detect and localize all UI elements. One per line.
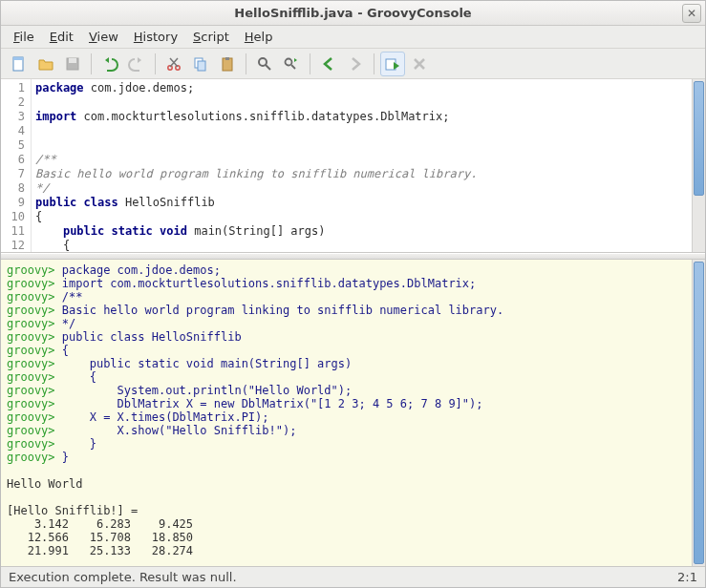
statusbar: Execution complete. Result was null. 2:1 (1, 566, 705, 587)
output-line: groovy> package com.jdoe.demos; (7, 263, 686, 277)
new-file-icon (11, 55, 28, 73)
svg-rect-1 (13, 57, 23, 60)
svg-rect-9 (225, 57, 229, 60)
copy-button[interactable] (188, 52, 213, 76)
menu-file[interactable]: File (7, 27, 41, 47)
history-prev-icon (320, 55, 337, 73)
output-line: groovy> import com.mockturtlesolutions.s… (7, 277, 686, 290)
replace-button[interactable] (279, 52, 304, 76)
content-area: 123456789101112 package com.jdoe.demos; … (1, 79, 705, 566)
code-text[interactable]: package com.jdoe.demos; import com.mockt… (32, 79, 692, 252)
separator (91, 53, 92, 74)
output-line: groovy> } (7, 451, 686, 464)
cut-icon (165, 55, 182, 73)
output-scrollbar[interactable] (692, 260, 705, 566)
save-button[interactable] (60, 52, 85, 76)
output-panel: groovy> package com.jdoe.demos;groovy> i… (1, 260, 705, 566)
find-button[interactable] (252, 52, 277, 76)
line-number: 7 (3, 167, 25, 181)
run-script-button[interactable] (380, 52, 405, 76)
menu-view[interactable]: View (82, 27, 125, 47)
line-number: 11 (3, 224, 25, 239)
svg-rect-7 (198, 61, 205, 71)
menu-script[interactable]: Script (186, 27, 236, 47)
code-line: { (35, 239, 688, 252)
output-line (7, 491, 686, 504)
code-line: { (35, 210, 688, 224)
interrupt-icon (411, 55, 428, 73)
code-line (35, 138, 688, 153)
code-line: /** (35, 153, 688, 167)
code-editor[interactable]: 123456789101112 package com.jdoe.demos; … (1, 79, 705, 253)
output-line: groovy> X.show("Hello Snifflib!"); (7, 424, 686, 437)
undo-button[interactable] (97, 52, 122, 76)
history-next-icon (347, 55, 364, 73)
paste-button[interactable] (215, 52, 240, 76)
close-icon: ✕ (687, 7, 696, 20)
svg-point-10 (259, 58, 267, 66)
new-file-button[interactable] (7, 52, 32, 76)
output-text[interactable]: groovy> package com.jdoe.demos;groovy> i… (1, 260, 692, 566)
redo-button[interactable] (124, 52, 149, 76)
redo-icon (128, 55, 145, 73)
status-message: Execution complete. Result was null. (9, 570, 237, 584)
output-line: groovy> { (7, 370, 686, 384)
line-number: 1 (3, 81, 25, 95)
line-number: 10 (3, 210, 25, 224)
history-prev-button[interactable] (316, 52, 341, 76)
interrupt-button[interactable] (407, 52, 432, 76)
splitter[interactable] (1, 253, 705, 260)
editor-scrollbar[interactable] (692, 79, 705, 252)
menu-history[interactable]: History (127, 27, 184, 47)
line-number-gutter: 123456789101112 (1, 79, 32, 252)
code-line (35, 124, 688, 138)
output-line: groovy> DblMatrix X = new DblMatrix("[1 … (7, 397, 686, 410)
line-number: 3 (3, 110, 25, 124)
window: HelloSnifflib.java - GroovyConsole ✕ Fil… (0, 0, 706, 588)
window-title: HelloSnifflib.java - GroovyConsole (234, 6, 471, 20)
output-line: Hello World (7, 477, 686, 491)
output-line: groovy> /** (7, 290, 686, 304)
code-line: package com.jdoe.demos; (35, 81, 688, 95)
run-script-icon (384, 55, 401, 73)
undo-icon (101, 55, 118, 73)
output-line: groovy> X = X.times(DblMatrix.PI); (7, 410, 686, 424)
output-line: groovy> System.out.println("Hello World"… (7, 384, 686, 397)
separator (374, 53, 374, 74)
output-line (7, 464, 686, 477)
svg-point-11 (286, 58, 292, 65)
line-number: 2 (3, 95, 25, 110)
code-line: Basic hello world program linking to sni… (35, 167, 688, 181)
menubar: File Edit View History Script Help (1, 26, 705, 49)
output-line: groovy> { (7, 344, 686, 357)
titlebar: HelloSnifflib.java - GroovyConsole ✕ (1, 1, 705, 26)
scrollbar-thumb[interactable] (694, 262, 704, 564)
menu-help[interactable]: Help (238, 27, 280, 47)
output-line: groovy> public class HelloSnifflib (7, 330, 686, 344)
history-next-button[interactable] (343, 52, 368, 76)
line-number: 5 (3, 138, 25, 153)
separator (155, 53, 156, 74)
output-line: [Hello Snifflib!] = (7, 504, 686, 517)
scrollbar-thumb[interactable] (694, 81, 704, 196)
line-number: 6 (3, 153, 25, 167)
code-line: */ (35, 181, 688, 196)
copy-icon (192, 55, 209, 73)
line-number: 8 (3, 181, 25, 196)
open-file-button[interactable] (33, 52, 58, 76)
output-line: groovy> } (7, 437, 686, 451)
output-line: groovy> public static void main(String[]… (7, 357, 686, 370)
output-line: groovy> */ (7, 317, 686, 330)
separator (246, 53, 246, 74)
window-close-button[interactable]: ✕ (682, 4, 701, 23)
output-line: 21.991 25.133 28.274 (7, 544, 686, 557)
line-number: 12 (3, 239, 25, 253)
find-icon (256, 55, 273, 73)
menu-edit[interactable]: Edit (43, 27, 80, 47)
cut-button[interactable] (161, 52, 186, 76)
output-line: 3.142 6.283 9.425 (7, 517, 686, 531)
cursor-position: 2:1 (677, 570, 697, 584)
line-number: 4 (3, 124, 25, 138)
code-line: public static void main(String[] args) (35, 224, 688, 239)
code-line: public class HelloSnifflib (35, 196, 688, 210)
